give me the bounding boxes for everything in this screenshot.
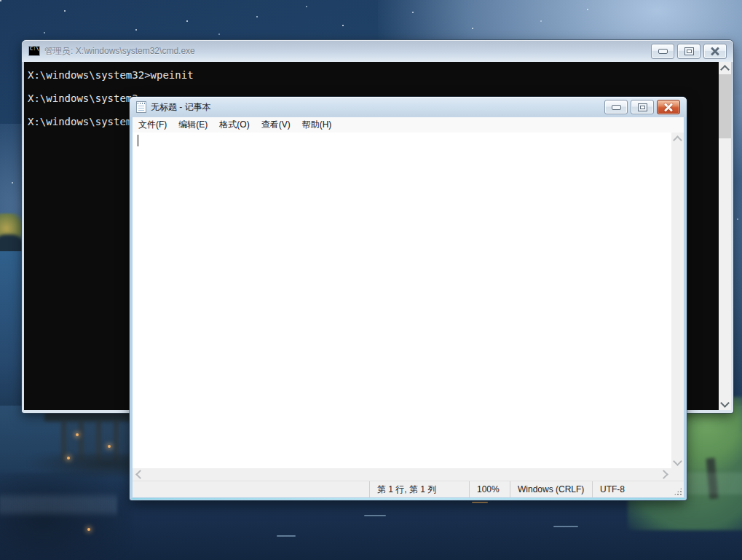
notepad-close-button[interactable] xyxy=(657,100,680,114)
resize-grip-icon[interactable] xyxy=(674,488,682,495)
lantern-dot xyxy=(76,433,79,436)
menu-file[interactable]: 文件(F) xyxy=(133,117,173,133)
notepad-window: 无标题 - 记事本 文件(F) 编辑(E) 格式(O) 查看(V) 帮助(H) xyxy=(130,97,687,500)
menu-help[interactable]: 帮助(H) xyxy=(296,117,338,133)
menu-format[interactable]: 格式(O) xyxy=(213,117,255,133)
status-line-ending: Windows (CRLF) xyxy=(510,481,592,497)
maximize-icon xyxy=(684,47,694,55)
notepad-maximize-button[interactable] xyxy=(631,100,654,114)
cmd-vertical-scrollbar[interactable] xyxy=(719,62,731,410)
scroll-left-icon xyxy=(135,470,145,479)
notepad-titlebar[interactable]: 无标题 - 记事本 xyxy=(130,97,687,117)
cmd-scrollbar-thumb[interactable] xyxy=(719,74,731,138)
notepad-vertical-scrollbar[interactable] xyxy=(671,133,684,468)
notepad-scroll-down-button[interactable] xyxy=(671,456,684,468)
water-reflection xyxy=(277,535,296,537)
menu-view[interactable]: 查看(V) xyxy=(256,117,296,133)
lantern-dot xyxy=(67,457,70,460)
water-reflection xyxy=(364,515,386,516)
scroll-up-icon xyxy=(720,65,730,74)
console-line: X:\windows\system32>wpeinit xyxy=(28,68,719,91)
minimize-icon xyxy=(612,105,621,110)
scroll-right-icon xyxy=(659,470,668,479)
notepad-text-area[interactable] xyxy=(133,133,671,468)
cmd-icon: C:\_ xyxy=(28,46,40,56)
close-icon xyxy=(710,47,720,55)
lantern-dot xyxy=(87,528,90,531)
notepad-scroll-up-button[interactable] xyxy=(671,133,684,145)
cmd-maximize-button[interactable] xyxy=(677,44,700,59)
water-reflection xyxy=(553,526,578,527)
wallpaper-stars xyxy=(0,0,1,1)
cmd-window-title: 管理员: X:\windows\system32\cmd.exe xyxy=(44,45,651,58)
status-encoding: UTF-8 xyxy=(592,481,684,497)
cmd-minimize-button[interactable] xyxy=(651,44,674,59)
notepad-window-controls xyxy=(604,100,680,114)
notepad-horizontal-scrollbar[interactable] xyxy=(133,468,684,481)
close-icon xyxy=(663,103,674,111)
water-reflection xyxy=(472,502,488,503)
notepad-edit-region xyxy=(133,133,684,468)
notepad-minimize-button[interactable] xyxy=(604,100,628,114)
menu-edit[interactable]: 编辑(E) xyxy=(173,117,213,133)
scroll-down-icon xyxy=(720,398,730,408)
notepad-scroll-right-button[interactable] xyxy=(659,468,671,481)
status-zoom-level: 100% xyxy=(469,481,510,497)
cmd-scroll-up-button[interactable] xyxy=(719,62,731,74)
notepad-window-title: 无标题 - 记事本 xyxy=(151,101,604,114)
status-encoding-label: UTF-8 xyxy=(600,484,625,494)
statusbar-spacer xyxy=(133,481,369,497)
notepad-statusbar: 第 1 行, 第 1 列 100% Windows (CRLF) UTF-8 xyxy=(133,481,684,497)
scroll-down-icon xyxy=(673,457,682,466)
notepad-scroll-left-button[interactable] xyxy=(133,468,145,481)
cmd-titlebar[interactable]: C:\_ 管理员: X:\windows\system32\cmd.exe xyxy=(22,40,733,62)
scroll-up-icon xyxy=(673,135,682,145)
cmd-close-button[interactable] xyxy=(703,44,727,59)
minimize-icon xyxy=(658,49,668,54)
notepad-menubar: 文件(F) 编辑(E) 格式(O) 查看(V) 帮助(H) xyxy=(133,117,684,133)
cmd-window-controls xyxy=(651,44,727,59)
maximize-icon xyxy=(638,103,647,111)
wallpaper-left-water xyxy=(0,251,22,408)
status-cursor-position: 第 1 行, 第 1 列 xyxy=(369,481,469,497)
cmd-scroll-down-button[interactable] xyxy=(719,398,731,410)
notepad-icon xyxy=(136,101,146,113)
lantern-dot xyxy=(108,445,111,448)
scrollbar-corner xyxy=(671,468,684,481)
text-caret xyxy=(138,135,138,146)
